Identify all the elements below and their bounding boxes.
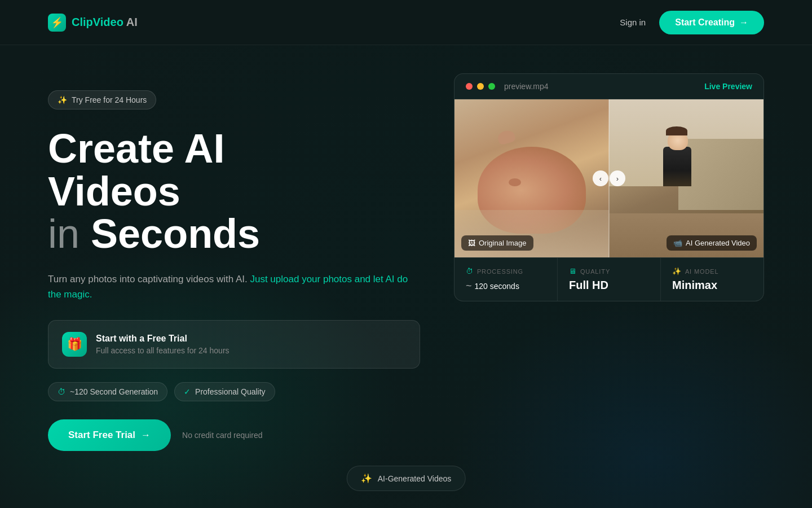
gift-icon: 🎁 [62,332,87,357]
quality-stat: 🖥 QUALITY Full HD [558,258,661,301]
cta-row: Start Free Trial → No credit card requir… [48,419,420,451]
processing-stat: ⏱ PROCESSING ~ 120 seconds [454,258,558,301]
generation-speed-badge: ⏱ ~120 Second Generation [48,382,167,401]
no-credit-card-text: No credit card required [182,431,262,440]
image-icon: 🖼 [468,239,475,247]
preview-images: 🖼 Original Image ‹ › [454,99,764,257]
bottom-badge: ✨ AI-Generated Videos [347,466,466,491]
dot-red [466,83,473,90]
free-trial-card-subtitle: Full access to all features for 24 hours [96,346,230,355]
original-image-label: 🖼 Original Image [461,235,533,251]
ai-model-label: ✨ AI MODEL [672,267,752,275]
hero-subtitle: Turn any photos into captivating videos … [48,271,420,302]
ai-model-icon: ✨ [672,267,682,275]
quality-icon: 🖥 [569,267,577,275]
original-image-panel: 🖼 Original Image [454,99,609,257]
free-trial-card-text: Start with a Free Trial Full access to a… [96,334,230,355]
next-arrow-button[interactable]: › [610,170,625,186]
right-section: preview.mp4 Live Preview [454,73,764,301]
window-controls [466,83,495,90]
preview-stats: ⏱ PROCESSING ~ 120 seconds 🖥 QUALITY Ful… [454,257,764,301]
nav-right: Sign in Start Creating → [620,11,764,34]
ai-model-stat: ✨ AI MODEL Minimax [661,258,764,301]
free-trial-card: 🎁 Start with a Free Trial Full access to… [48,320,420,369]
quality-badge: ✓ Professional Quality [174,382,275,401]
logo: ⚡ ClipVideo AI [48,14,138,32]
video-icon: 📹 [673,239,682,247]
preview-header: preview.mp4 Live Preview [454,74,764,99]
left-section: ✨ Try Free for 24 Hours Create AI Videos… [48,79,420,451]
badge1-text: ~120 Second Generation [70,387,158,396]
badge2-text: Professional Quality [195,387,266,396]
preview-header-left: preview.mp4 [466,82,549,91]
generated-image-label: 📹 AI Generated Video [667,235,757,251]
preview-card: preview.mp4 Live Preview [454,73,764,301]
quality-label: 🖥 QUALITY [569,267,649,275]
check-icon: ✓ [184,387,191,396]
badge-text: Try Free for 24 Hours [72,95,147,104]
free-trial-badge: ✨ Try Free for 24 Hours [48,90,156,110]
file-name: preview.mp4 [504,82,549,91]
prev-arrow-button[interactable]: ‹ [593,170,608,186]
sign-in-button[interactable]: Sign in [620,17,646,27]
badges-row: ⏱ ~120 Second Generation ✓ Professional … [48,382,420,401]
ai-generated-icon: ✨ [361,473,372,484]
clock-icon: ⏱ [58,387,65,396]
badge-star-icon: ✨ [58,95,67,104]
live-preview-label: Live Preview [704,82,752,91]
start-free-trial-button[interactable]: Start Free Trial → [48,419,171,451]
processing-icon: ⏱ [466,267,474,275]
free-trial-card-title: Start with a Free Trial [96,334,230,344]
logo-icon: ⚡ [48,14,66,32]
processing-value: ~ 120 seconds [466,279,546,292]
ai-generated-text: AI-Generated Videos [378,474,452,483]
nav-arrow: ‹ › [593,170,625,186]
quality-value: Full HD [569,279,649,292]
logo-text: ClipVideo AI [72,16,138,29]
hero-title: Create AI Videos in Seconds [48,128,420,256]
ai-model-value: Minimax [672,279,752,292]
dot-green [488,83,495,90]
dot-yellow [477,83,484,90]
generated-image-panel: 📹 AI Generated Video [609,99,764,257]
main-content: ✨ Try Free for 24 Hours Create AI Videos… [0,45,812,451]
processing-label: ⏱ PROCESSING [466,267,546,275]
start-creating-button[interactable]: Start Creating → [659,11,764,34]
navbar: ⚡ ClipVideo AI Sign in Start Creating → [0,0,812,45]
